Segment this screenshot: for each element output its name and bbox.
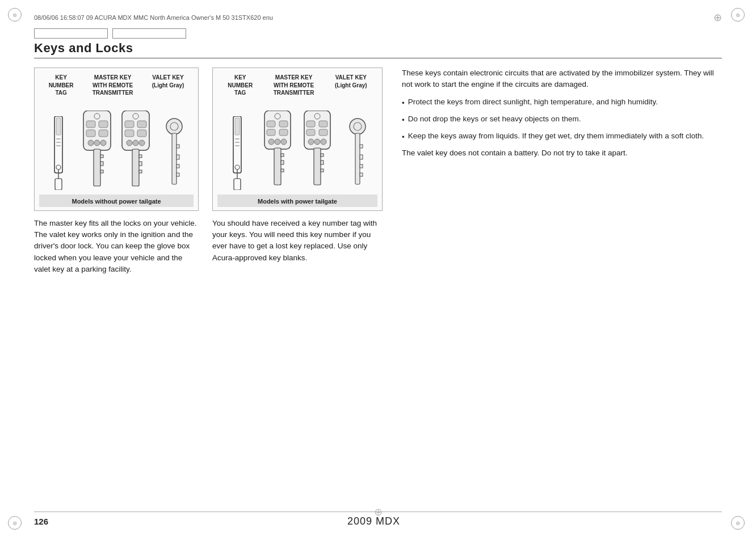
svg-point-29 [139, 140, 145, 146]
svg-point-5 [56, 165, 61, 170]
svg-rect-72 [321, 154, 324, 157]
svg-rect-66 [306, 129, 315, 136]
svg-point-70 [321, 139, 326, 145]
svg-rect-13 [99, 130, 108, 137]
svg-rect-80 [360, 164, 363, 168]
svg-rect-52 [279, 121, 288, 127]
svg-rect-37 [177, 145, 179, 148]
page-container: ⊕ ⊕ ⊕ ⊕ 08/06/06 16:58:07 09 ACURA MDX M… [0, 0, 756, 541]
svg-rect-32 [139, 162, 142, 166]
svg-rect-59 [281, 154, 284, 157]
svg-rect-1 [56, 118, 61, 135]
svg-rect-19 [100, 162, 103, 166]
corner-mark-tr: ⊕ [731, 8, 748, 25]
svg-point-15 [94, 140, 100, 146]
svg-rect-18 [100, 155, 103, 158]
svg-rect-61 [281, 169, 284, 172]
main-content: KEY NUMBER TAG MASTER KEY WITH REMOTE TR… [34, 67, 722, 476]
left-diagram-box: KEY NUMBER TAG MASTER KEY WITH REMOTE TR… [34, 67, 199, 211]
valet-key-right [342, 116, 373, 190]
left-diagram-caption: Models without power tailgate [39, 195, 194, 207]
svg-rect-39 [177, 164, 179, 168]
svg-rect-54 [279, 129, 288, 136]
bullet-item-2: • Do not drop the keys or set heavy obje… [402, 113, 722, 126]
master-key-remote-right-1 [262, 111, 293, 190]
svg-rect-38 [177, 155, 179, 159]
svg-rect-48 [234, 179, 241, 190]
svg-point-16 [100, 140, 106, 146]
svg-rect-26 [137, 130, 146, 137]
svg-rect-23 [125, 121, 134, 128]
top-meta-text: 08/06/06 16:58:07 09 ACURA MDX MMC North… [34, 14, 273, 21]
svg-rect-77 [355, 133, 360, 184]
bullet-text-1: Protect the keys from direct sunlight, h… [408, 96, 658, 109]
svg-rect-53 [267, 129, 275, 136]
bullet-item-3: • Keep the keys away from liquids. If th… [402, 130, 722, 143]
right-intro-text: These keys contain electronic circuits t… [402, 67, 722, 91]
page-footer: 126 2009 MDX [34, 512, 722, 527]
master-key-remote-left [82, 111, 113, 190]
left-column: KEY NUMBER TAG MASTER KEY WITH REMOTE TR… [34, 67, 199, 476]
car-model: 2009 MDX [347, 515, 400, 527]
svg-point-34 [166, 119, 182, 134]
key-tag-left [43, 116, 74, 190]
corner-mark-bl: ⊕ [8, 516, 25, 533]
right-diagram-box: KEY NUMBER TAG MASTER KEY WITH REMOTE TR… [212, 67, 383, 211]
svg-point-27 [127, 140, 132, 146]
svg-rect-20 [100, 170, 103, 173]
left-col-label-2: MASTER KEY WITH REMOTE TRANSMITTER [93, 74, 133, 97]
page-title: Keys and Locks [34, 41, 722, 58]
svg-point-69 [314, 139, 320, 145]
svg-rect-79 [360, 155, 363, 159]
right-diagram-header: KEY NUMBER TAG MASTER KEY WITH REMOTE TR… [217, 74, 377, 97]
bullet-text-3: Keep the keys away from liquids. If they… [408, 130, 704, 143]
breadcrumb-boxes [34, 28, 722, 39]
corner-mark-tl: ⊕ [8, 8, 25, 25]
corner-mark-br: ⊕ [731, 516, 748, 533]
svg-rect-78 [360, 145, 363, 148]
svg-point-55 [268, 139, 274, 145]
svg-point-68 [308, 139, 314, 145]
top-crosshair: ⊕ [713, 11, 722, 24]
bullet-dot-3: • [402, 132, 405, 143]
svg-rect-42 [235, 118, 240, 135]
svg-rect-24 [137, 121, 146, 128]
left-key-images [39, 102, 194, 192]
svg-rect-40 [177, 173, 179, 176]
master-key-remote-right-2 [302, 111, 333, 190]
left-diagram-header: KEY NUMBER TAG MASTER KEY WITH REMOTE TR… [39, 74, 194, 97]
svg-rect-71 [314, 148, 321, 185]
right-key-images [217, 102, 377, 192]
bullet-dot-1: • [402, 98, 405, 109]
left-body-text: The master key fits all the locks on you… [34, 218, 199, 275]
svg-point-14 [88, 140, 94, 146]
svg-point-28 [133, 140, 138, 146]
svg-rect-33 [139, 170, 142, 173]
svg-rect-73 [321, 160, 324, 164]
key-tag-right [222, 116, 253, 190]
right-column: These keys contain electronic circuits t… [396, 67, 722, 476]
svg-rect-81 [360, 173, 363, 176]
svg-rect-10 [86, 121, 95, 128]
bullet-text-2: Do not drop the keys or set heavy object… [408, 113, 581, 126]
svg-rect-30 [132, 149, 139, 186]
mid-column: KEY NUMBER TAG MASTER KEY WITH REMOTE TR… [212, 67, 383, 476]
svg-rect-65 [319, 121, 327, 127]
left-col-label-1: KEY NUMBER TAG [49, 74, 74, 97]
svg-point-46 [235, 165, 240, 170]
svg-rect-67 [319, 129, 327, 136]
svg-rect-17 [94, 149, 100, 186]
master-key-remote-left-2 [120, 111, 152, 190]
svg-rect-25 [125, 130, 134, 137]
bullet-dot-2: • [402, 115, 405, 126]
top-bar: 08/06/06 16:58:07 09 ACURA MDX MMC North… [34, 11, 722, 24]
svg-rect-74 [321, 169, 324, 172]
svg-rect-12 [86, 130, 95, 137]
breadcrumb-box-1 [34, 28, 108, 39]
right-diagram-caption: Models with power tailgate [217, 195, 377, 207]
svg-rect-64 [306, 121, 315, 127]
svg-rect-58 [274, 148, 281, 185]
svg-point-56 [275, 139, 280, 145]
left-col-label-3: VALET KEY (Light Gray) [152, 74, 184, 97]
svg-rect-60 [281, 160, 284, 164]
